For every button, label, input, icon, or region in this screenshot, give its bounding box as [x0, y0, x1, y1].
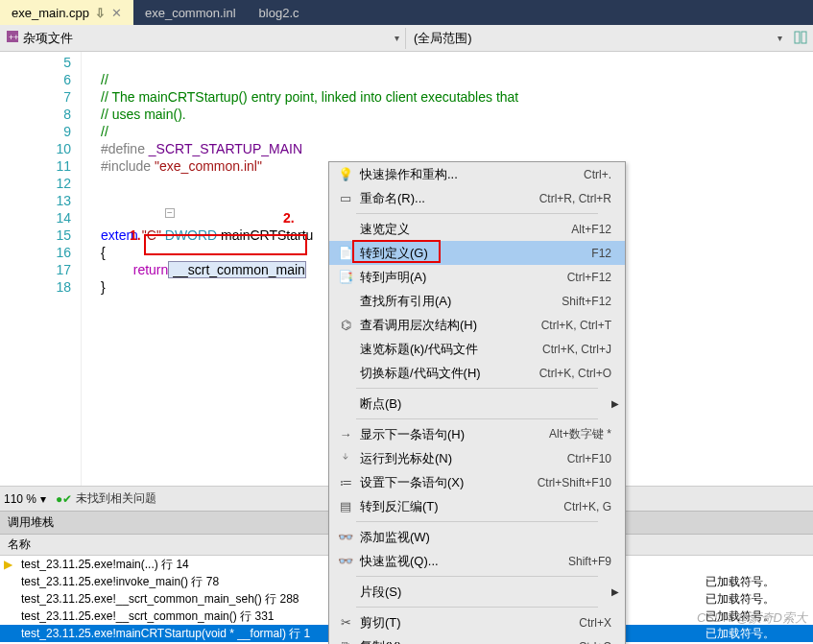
- asm-icon: ▤: [335, 499, 356, 513]
- menu-shortcut: Ctrl+F10: [567, 452, 619, 465]
- watermark: CSDN @蒙奇D索大: [697, 609, 807, 627]
- tab-blog2[interactable]: blog2.c: [248, 0, 311, 25]
- scope-label: (全局范围): [414, 30, 472, 47]
- chevron-right-icon: ▶: [611, 586, 619, 597]
- split-icon[interactable]: [794, 31, 809, 46]
- menu-shortcut: Shift+F9: [568, 555, 619, 568]
- cursor-icon: ᛎ: [335, 451, 356, 465]
- menu-separator: [356, 607, 598, 608]
- fold-icon[interactable]: −: [165, 208, 175, 218]
- bulb-icon: 💡: [335, 167, 356, 181]
- frame-status: 已加载符号。: [705, 591, 775, 608]
- menu-separator: [356, 213, 598, 214]
- frame-text: test_23.11.25.exe!__scrt_common_main() 行…: [21, 608, 274, 625]
- cut-icon: ✂: [335, 615, 356, 630]
- menu-item[interactable]: →显示下一条语句(H)Alt+数字键 *: [329, 422, 625, 446]
- menu-item[interactable]: 👓快速监视(Q)...Shift+F9: [329, 549, 625, 573]
- menu-separator: [356, 418, 598, 419]
- menu-separator: [356, 521, 598, 522]
- highlight-box-1: [144, 234, 307, 255]
- menu-item[interactable]: ▭重命名(R)...Ctrl+R, Ctrl+R: [329, 186, 625, 210]
- tab-exe-common[interactable]: exe_common.inl: [133, 0, 248, 25]
- copy-icon: ⎘: [335, 639, 356, 644]
- tab-exe-main[interactable]: exe_main.cpp ⇩ ✕: [0, 0, 133, 25]
- frame-text: test_23.11.25.exe!main(...) 行 14: [21, 557, 189, 573]
- tab-label: blog2.c: [259, 6, 299, 20]
- menu-shortcut: Ctrl+Shift+F10: [538, 476, 619, 489]
- scope-global[interactable]: (全局范围) ▾: [406, 28, 790, 49]
- frame-text: test_23.11.25.exe!__scrt_common_main_seh…: [21, 591, 299, 608]
- menu-label: 查找所有引用(A): [356, 293, 562, 310]
- annotation-1: 1.: [130, 227, 141, 244]
- menu-item[interactable]: 速览标题(k)/代码文件Ctrl+K, Ctrl+J: [329, 337, 625, 361]
- pin-icon[interactable]: ⇩: [95, 6, 106, 20]
- rename-icon: ▭: [335, 191, 356, 205]
- menu-label: 快速监视(Q)...: [356, 553, 568, 570]
- menu-item[interactable]: 断点(B)▶: [329, 392, 625, 416]
- menu-shortcut: Ctrl+F12: [567, 271, 619, 284]
- menu-item[interactable]: ✂剪切(T)Ctrl+X: [329, 610, 625, 634]
- menu-item[interactable]: 速览定义Alt+F12: [329, 217, 625, 241]
- tab-bar: exe_main.cpp ⇩ ✕ exe_common.inl blog2.c: [0, 0, 813, 25]
- menu-separator: [356, 388, 598, 389]
- line-gutter: 5 6 7 8 9 10 11 12 13 14 15 16 17 18: [0, 52, 82, 486]
- close-icon[interactable]: ✕: [111, 6, 122, 20]
- menu-shortcut: Alt+F12: [571, 223, 619, 236]
- menu-shortcut: Ctrl+X: [579, 616, 619, 630]
- menu-label: 重命名(R)...: [356, 190, 539, 207]
- menu-label: 转到反汇编(T): [356, 498, 563, 515]
- svg-rect-2: [795, 32, 800, 43]
- frame-text: test_23.11.25.exe!invoke_main() 行 78: [21, 574, 219, 590]
- menu-label: 运行到光标处(N): [356, 450, 567, 467]
- menu-item[interactable]: 📑转到声明(A)Ctrl+F12: [329, 265, 625, 289]
- menu-item[interactable]: ≔设置下一条语句(X)Ctrl+Shift+F10: [329, 470, 625, 494]
- annotation-2: 2.: [283, 209, 295, 227]
- tab-label: exe_common.inl: [145, 6, 236, 20]
- menu-label: 快速操作和重构...: [356, 166, 584, 183]
- menu-label: 复制(Y): [356, 638, 579, 645]
- menu-item[interactable]: ⎘复制(Y)Ctrl+C: [329, 634, 625, 644]
- frame-text: test_23.11.25.exe!mainCRTStartup(void * …: [21, 626, 310, 642]
- frame-status: 已加载符号。: [705, 574, 775, 590]
- context-menu: 💡快速操作和重构...Ctrl+.▭重命名(R)...Ctrl+R, Ctrl+…: [328, 161, 626, 644]
- menu-item[interactable]: 💡快速操作和重构...Ctrl+.: [329, 162, 625, 186]
- menu-item[interactable]: ᛎ运行到光标处(N)Ctrl+F10: [329, 446, 625, 470]
- menu-label: 显示下一条语句(H): [356, 426, 549, 443]
- menu-shortcut: Ctrl+.: [584, 168, 619, 181]
- highlight-box-menu: [352, 240, 441, 263]
- menu-label: 转到声明(A): [356, 269, 567, 286]
- menu-label: 设置下一条语句(X): [356, 474, 538, 491]
- menu-shortcut: Ctrl+K, G: [563, 500, 619, 513]
- setnext-icon: ≔: [335, 475, 356, 489]
- menu-item[interactable]: 片段(S)▶: [329, 580, 625, 604]
- svg-rect-3: [801, 32, 806, 43]
- menu-item[interactable]: 切换标题/代码文件(H)Ctrl+K, Ctrl+O: [329, 361, 625, 385]
- chevron-down-icon: ▾: [395, 33, 399, 43]
- check-icon: ●✔: [56, 492, 72, 506]
- menu-item[interactable]: ⌬查看调用层次结构(H)Ctrl+K, Ctrl+T: [329, 313, 625, 337]
- svg-text:++: ++: [9, 33, 19, 42]
- scope-files[interactable]: ++ 杂项文件 ▾: [0, 28, 406, 49]
- menu-label: 添加监视(W): [356, 529, 611, 546]
- issues-indicator[interactable]: ●✔ 未找到相关问题: [56, 490, 156, 507]
- menu-label: 查看调用层次结构(H): [356, 317, 541, 334]
- frame-status: 已加载符号。: [705, 626, 775, 642]
- menu-shortcut: Ctrl+C: [579, 640, 619, 645]
- menu-label: 剪切(T): [356, 614, 579, 632]
- menu-shortcut: Alt+数字键 *: [549, 426, 619, 442]
- menu-item[interactable]: 📄转到定义(G)F12: [329, 241, 625, 265]
- hier-icon: ⌬: [335, 318, 356, 332]
- decl-icon: 📑: [335, 270, 356, 284]
- menu-label: 切换标题/代码文件(H): [356, 365, 539, 382]
- menu-item[interactable]: 查找所有引用(A)Shift+F12: [329, 289, 625, 313]
- menu-item[interactable]: 👓添加监视(W): [329, 525, 625, 549]
- menu-label: 速览标题(k)/代码文件: [356, 341, 542, 358]
- zoom-selector[interactable]: 110 % ▾: [4, 492, 46, 506]
- menu-item[interactable]: ▤转到反汇编(T)Ctrl+K, G: [329, 494, 625, 518]
- watch-icon: 👓: [335, 530, 356, 544]
- chevron-down-icon: ▾: [40, 492, 46, 506]
- current-frame-icon: ▶: [4, 558, 19, 571]
- chevron-down-icon: ▾: [777, 33, 782, 43]
- qwatch-icon: 👓: [335, 554, 356, 568]
- menu-shortcut: Ctrl+K, Ctrl+T: [541, 319, 619, 332]
